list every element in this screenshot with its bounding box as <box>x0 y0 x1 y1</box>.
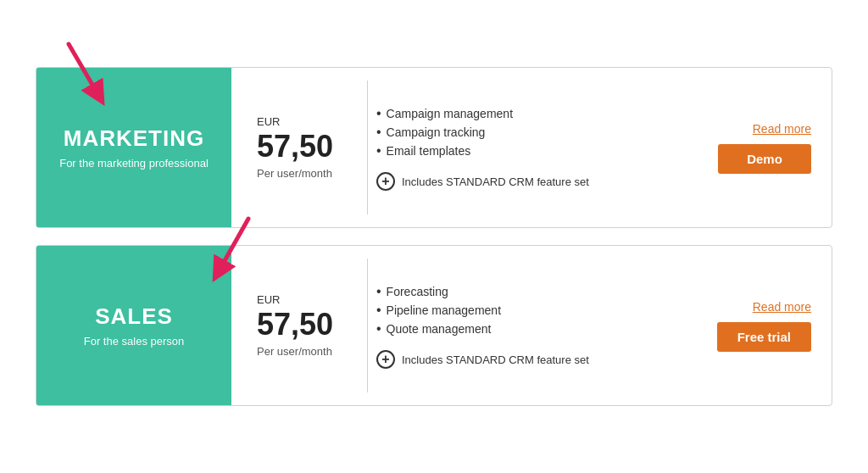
marketing-read-more-button[interactable]: Read more <box>753 122 811 136</box>
marketing-plan-card: MARKETING For the marketing professional… <box>36 67 832 228</box>
sales-free-trial-button[interactable]: Free trial <box>717 322 811 352</box>
marketing-includes-row: + Includes STANDARD CRM feature set <box>376 172 693 191</box>
list-item: Forecasting <box>376 282 692 301</box>
sales-features: Forecasting Pipeline management Quote ma… <box>368 246 709 405</box>
marketing-currency: EUR <box>257 115 342 128</box>
marketing-features: Campaign management Campaign tracking Em… <box>368 68 709 227</box>
plus-circle-icon: + <box>376 172 395 191</box>
list-item: Pipeline management <box>376 301 692 320</box>
sales-features-list: Forecasting Pipeline management Quote ma… <box>376 282 692 338</box>
sales-title: SALES <box>95 303 173 330</box>
sales-includes-row: + Includes STANDARD CRM feature set <box>376 350 692 369</box>
list-item: Quote management <box>376 320 692 338</box>
marketing-includes-text: Includes STANDARD CRM feature set <box>402 175 589 188</box>
marketing-header: MARKETING For the marketing professional <box>36 68 231 227</box>
sales-read-more-button[interactable]: Read more <box>753 300 811 314</box>
marketing-subtitle: For the marketing professional <box>59 157 209 170</box>
sales-header: SALES For the sales person <box>36 246 231 405</box>
sales-actions: Read more Free trial <box>709 246 832 405</box>
marketing-period: Per user/month <box>257 167 342 180</box>
marketing-title: MARKETING <box>64 125 204 152</box>
sales-period: Per user/month <box>257 345 342 358</box>
marketing-demo-button[interactable]: Demo <box>718 144 811 174</box>
marketing-amount: 57,50 <box>257 130 342 164</box>
sales-price: EUR 57,50 Per user/month <box>231 246 367 405</box>
sales-subtitle: For the sales person <box>84 335 185 348</box>
list-item: Campaign management <box>376 104 693 123</box>
list-item: Email templates <box>376 142 693 160</box>
sales-currency: EUR <box>257 293 342 306</box>
plus-circle-icon: + <box>376 350 395 369</box>
marketing-actions: Read more Demo <box>709 68 832 227</box>
sales-includes-text: Includes STANDARD CRM feature set <box>402 353 589 366</box>
sales-plan-card: SALES For the sales person EUR 57,50 Per… <box>36 245 832 406</box>
marketing-price: EUR 57,50 Per user/month <box>231 68 367 227</box>
sales-amount: 57,50 <box>257 308 342 342</box>
list-item: Campaign tracking <box>376 123 693 142</box>
marketing-features-list: Campaign management Campaign tracking Em… <box>376 104 693 160</box>
